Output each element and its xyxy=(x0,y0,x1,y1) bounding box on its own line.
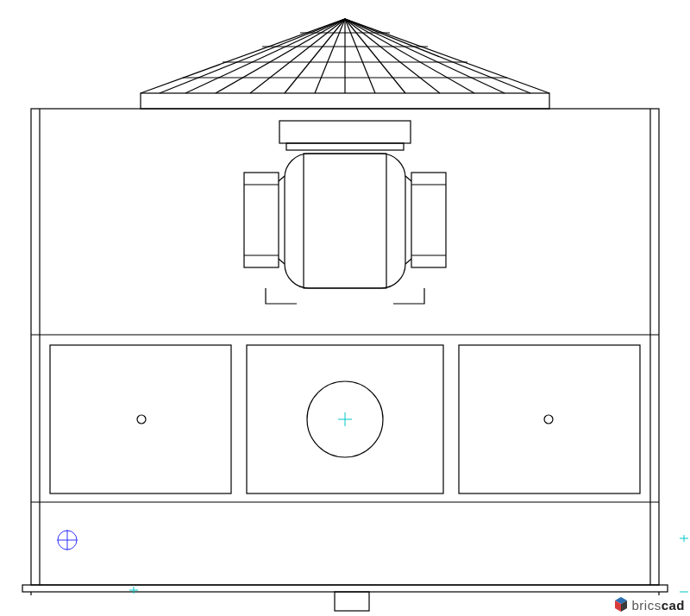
svg-line-13 xyxy=(345,19,505,93)
svg-rect-24 xyxy=(304,154,386,288)
svg-line-12 xyxy=(345,19,530,93)
svg-rect-28 xyxy=(411,173,446,267)
svg-line-17 xyxy=(345,19,375,93)
bolt-left xyxy=(137,415,146,424)
motor-assembly xyxy=(244,121,446,304)
panel-left xyxy=(50,345,231,493)
svg-line-6 xyxy=(160,19,345,93)
motor-body xyxy=(285,154,405,288)
svg-rect-23 xyxy=(286,143,404,150)
cad-drawing xyxy=(0,0,690,616)
fan-cowl xyxy=(141,19,549,109)
svg-line-14 xyxy=(345,19,474,93)
svg-line-33 xyxy=(405,176,411,181)
bricscad-watermark: bricscad xyxy=(614,597,685,613)
ref-markers xyxy=(129,412,688,594)
svg-line-34 xyxy=(405,259,411,264)
svg-line-32 xyxy=(279,259,285,264)
panel-right xyxy=(459,345,640,493)
brand-text: bricscad xyxy=(631,598,685,613)
bolt-right xyxy=(544,415,553,424)
svg-line-8 xyxy=(216,19,345,93)
svg-rect-4 xyxy=(141,93,549,109)
svg-rect-22 xyxy=(279,121,411,143)
svg-line-7 xyxy=(185,19,345,93)
origin-marker xyxy=(57,530,78,550)
svg-line-11 xyxy=(315,19,345,93)
base-flange xyxy=(22,585,668,592)
svg-rect-25 xyxy=(244,173,279,267)
drain-block xyxy=(335,592,369,611)
outer-housing xyxy=(31,109,659,585)
bricscad-logo-icon xyxy=(614,597,628,613)
svg-line-31 xyxy=(279,176,285,181)
